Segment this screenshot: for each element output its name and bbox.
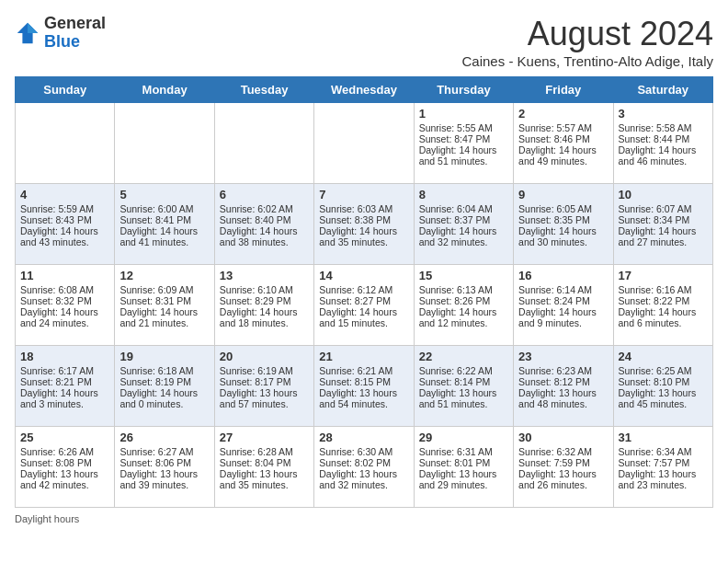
day-info: Sunset: 8:29 PM <box>220 295 309 306</box>
table-row: 3Sunrise: 5:58 AMSunset: 8:44 PMDaylight… <box>613 103 712 184</box>
day-info: Sunset: 8:47 PM <box>419 133 508 144</box>
day-number: 14 <box>319 269 408 282</box>
day-number: 3 <box>619 107 708 121</box>
table-row: 22Sunrise: 6:22 AMSunset: 8:14 PMDayligh… <box>414 346 513 427</box>
day-info: Sunset: 8:22 PM <box>619 295 708 306</box>
calendar-week-5: 25Sunrise: 6:26 AMSunset: 8:08 PMDayligh… <box>16 427 713 508</box>
day-info: Sunrise: 6:14 AM <box>518 284 608 295</box>
day-info: Daylight: 14 hours and 21 minutes. <box>119 306 209 328</box>
table-row: 31Sunrise: 6:34 AMSunset: 7:57 PMDayligh… <box>613 427 712 508</box>
day-info: Sunset: 8:19 PM <box>119 376 209 387</box>
day-number: 30 <box>518 431 608 444</box>
table-row: 25Sunrise: 6:26 AMSunset: 8:08 PMDayligh… <box>16 427 115 508</box>
day-info: Daylight: 14 hours and 24 minutes. <box>20 306 109 328</box>
table-row <box>314 103 414 184</box>
day-info: Sunrise: 6:00 AM <box>119 203 209 214</box>
day-info: Sunset: 8:06 PM <box>119 457 209 468</box>
table-row: 7Sunrise: 6:03 AMSunset: 8:38 PMDaylight… <box>314 184 414 265</box>
day-info: Sunset: 8:14 PM <box>419 376 508 387</box>
table-row: 10Sunrise: 6:07 AMSunset: 8:34 PMDayligh… <box>613 184 712 265</box>
day-info: Sunrise: 6:08 AM <box>20 284 109 295</box>
day-info: Sunrise: 6:09 AM <box>119 284 209 295</box>
day-info: Sunset: 8:38 PM <box>319 214 408 225</box>
day-info: Sunrise: 5:58 AM <box>619 122 708 133</box>
day-info: Sunrise: 6:18 AM <box>119 365 209 376</box>
table-row: 26Sunrise: 6:27 AMSunset: 8:06 PMDayligh… <box>115 427 214 508</box>
day-number: 24 <box>619 350 708 363</box>
col-header-sunday: Sunday <box>16 77 115 103</box>
day-info: Sunrise: 6:23 AM <box>518 365 608 376</box>
page-header: General Blue August 2024 Caines - Kuens,… <box>15 15 713 69</box>
day-info: Daylight: 13 hours and 48 minutes. <box>518 387 608 409</box>
table-row: 5Sunrise: 6:00 AMSunset: 8:41 PMDaylight… <box>115 184 214 265</box>
day-number: 4 <box>20 188 109 201</box>
table-row: 4Sunrise: 5:59 AMSunset: 8:43 PMDaylight… <box>16 184 115 265</box>
col-header-friday: Friday <box>514 77 613 103</box>
title-block: August 2024 Caines - Kuens, Trentino-Alt… <box>462 15 713 69</box>
day-info: Daylight: 14 hours and 27 minutes. <box>619 225 708 247</box>
day-info: Sunrise: 6:32 AM <box>518 446 608 457</box>
day-info: Sunrise: 6:02 AM <box>220 203 309 214</box>
table-row: 17Sunrise: 6:16 AMSunset: 8:22 PMDayligh… <box>613 265 712 346</box>
day-info: Sunrise: 6:31 AM <box>419 446 508 457</box>
day-info: Daylight: 13 hours and 35 minutes. <box>220 468 309 490</box>
table-row: 12Sunrise: 6:09 AMSunset: 8:31 PMDayligh… <box>115 265 214 346</box>
day-info: Daylight: 13 hours and 23 minutes. <box>619 468 708 490</box>
day-info: Sunrise: 6:25 AM <box>619 365 708 376</box>
day-info: Sunrise: 6:03 AM <box>319 203 408 214</box>
day-number: 2 <box>518 107 608 121</box>
day-info: Sunrise: 6:04 AM <box>419 203 508 214</box>
day-info: Sunrise: 6:16 AM <box>619 284 708 295</box>
day-info: Daylight: 14 hours and 6 minutes. <box>619 306 708 328</box>
table-row: 8Sunrise: 6:04 AMSunset: 8:37 PMDaylight… <box>414 184 513 265</box>
table-row: 30Sunrise: 6:32 AMSunset: 7:59 PMDayligh… <box>514 427 613 508</box>
logo-icon <box>15 20 40 46</box>
day-number: 6 <box>220 188 309 201</box>
day-info: Sunset: 8:31 PM <box>119 295 209 306</box>
col-header-monday: Monday <box>115 77 214 103</box>
day-number: 31 <box>619 431 708 444</box>
day-info: Daylight: 13 hours and 51 minutes. <box>419 387 508 409</box>
day-info: Sunset: 8:12 PM <box>518 376 608 387</box>
day-info: Sunrise: 6:10 AM <box>220 284 309 295</box>
table-row: 1Sunrise: 5:55 AMSunset: 8:47 PMDaylight… <box>414 103 513 184</box>
day-info: Daylight: 14 hours and 30 minutes. <box>518 225 608 247</box>
day-number: 13 <box>220 269 309 282</box>
day-info: Sunset: 8:41 PM <box>119 214 209 225</box>
col-header-thursday: Thursday <box>414 77 513 103</box>
calendar-header-row: SundayMondayTuesdayWednesdayThursdayFrid… <box>16 77 713 103</box>
day-info: Daylight: 13 hours and 32 minutes. <box>319 468 408 490</box>
day-info: Daylight: 14 hours and 32 minutes. <box>419 225 508 247</box>
day-info: Sunset: 7:57 PM <box>619 457 708 468</box>
table-row: 19Sunrise: 6:18 AMSunset: 8:19 PMDayligh… <box>115 346 214 427</box>
day-info: Sunrise: 6:05 AM <box>518 203 608 214</box>
table-row: 24Sunrise: 6:25 AMSunset: 8:10 PMDayligh… <box>613 346 712 427</box>
location: Caines - Kuens, Trentino-Alto Adige, Ita… <box>462 53 713 69</box>
day-number: 17 <box>619 269 708 282</box>
day-number: 11 <box>20 269 109 282</box>
day-number: 12 <box>119 269 209 282</box>
day-info: Sunrise: 6:26 AM <box>20 446 109 457</box>
month-year: August 2024 <box>462 15 713 53</box>
day-number: 7 <box>319 188 408 201</box>
day-info: Daylight: 14 hours and 15 minutes. <box>319 306 408 328</box>
table-row: 29Sunrise: 6:31 AMSunset: 8:01 PMDayligh… <box>414 427 513 508</box>
day-info: Sunset: 8:21 PM <box>20 376 109 387</box>
day-number: 27 <box>220 431 309 444</box>
table-row: 28Sunrise: 6:30 AMSunset: 8:02 PMDayligh… <box>314 427 414 508</box>
day-info: Daylight: 14 hours and 43 minutes. <box>20 225 109 247</box>
calendar-week-3: 11Sunrise: 6:08 AMSunset: 8:32 PMDayligh… <box>16 265 713 346</box>
day-number: 23 <box>518 350 608 363</box>
day-info: Sunset: 8:08 PM <box>20 457 109 468</box>
table-row: 20Sunrise: 6:19 AMSunset: 8:17 PMDayligh… <box>214 346 313 427</box>
logo-text: General Blue <box>44 15 106 52</box>
day-info: Daylight: 14 hours and 41 minutes. <box>119 225 209 247</box>
day-info: Sunrise: 6:34 AM <box>619 446 708 457</box>
table-row: 14Sunrise: 6:12 AMSunset: 8:27 PMDayligh… <box>314 265 414 346</box>
day-info: Sunset: 8:01 PM <box>419 457 508 468</box>
table-row: 11Sunrise: 6:08 AMSunset: 8:32 PMDayligh… <box>16 265 115 346</box>
day-info: Sunrise: 5:59 AM <box>20 203 109 214</box>
day-number: 19 <box>119 350 209 363</box>
day-info: Sunset: 8:35 PM <box>518 214 608 225</box>
calendar-table: SundayMondayTuesdayWednesdayThursdayFrid… <box>15 76 713 508</box>
